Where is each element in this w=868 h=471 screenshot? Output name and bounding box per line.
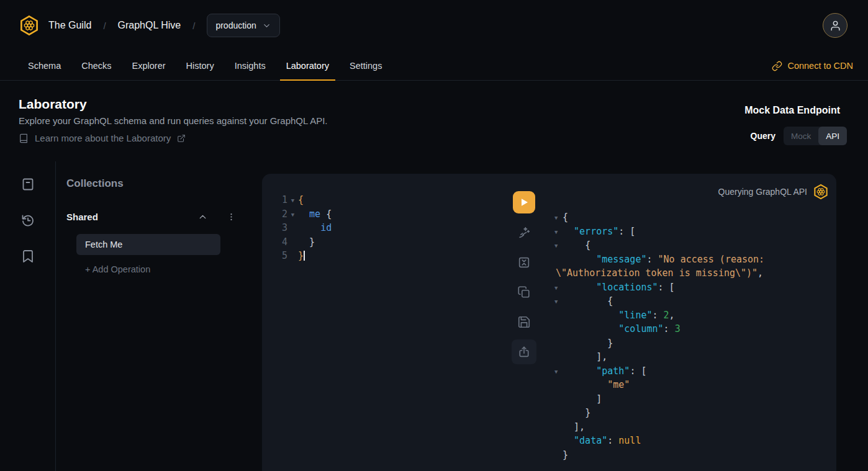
code-text: } [563, 338, 613, 349]
tab-checks[interactable]: Checks [75, 51, 117, 81]
collections-heading: Collections [66, 177, 124, 190]
query-line: 3 id [262, 221, 507, 235]
fold-spacer [554, 259, 563, 260]
fold-spacer [554, 315, 563, 316]
group-menu-dots-icon[interactable] [227, 212, 236, 222]
sidebar-rail [0, 161, 56, 471]
response-header: Querying GraphQL API [718, 184, 829, 200]
tab-insights[interactable]: Insights [228, 51, 272, 81]
app-header: The Guild / GraphQL Hive / production [0, 0, 868, 51]
response-line: "line": 2, [554, 308, 833, 323]
tab-schema[interactable]: Schema [22, 51, 67, 81]
response-line: \"Authorization token is missing\")", [554, 266, 833, 280]
code-text: } [298, 250, 305, 261]
fold-arrow-icon[interactable]: ▼ [287, 210, 298, 218]
add-operation-button[interactable]: + Add Operation [85, 264, 150, 274]
user-icon [830, 20, 841, 32]
breadcrumb-project[interactable]: GraphQL Hive [118, 20, 181, 31]
response-line: "column": 3 [554, 322, 833, 336]
learn-more-link[interactable]: Learn more about the Laboratory [19, 133, 186, 143]
fold-arrow-icon[interactable]: ▼ [554, 367, 563, 375]
connect-to-cdn-link[interactable]: Connect to CDN [772, 51, 853, 81]
code-text: } [298, 236, 315, 248]
share-operation-button[interactable] [512, 339, 536, 364]
tab-settings[interactable]: Settings [343, 51, 388, 81]
query-line: 2▼ me { [262, 207, 507, 222]
history-icon[interactable] [20, 213, 35, 228]
line-number: 4 [262, 236, 287, 248]
mock-endpoint-title: Mock Data Endpoint [744, 105, 840, 116]
response-line: ▼ "errors": [ [554, 225, 833, 239]
response-line: ], [554, 420, 833, 434]
code-text: \"Authorization token is missing\")", [556, 267, 763, 279]
execute-query-button[interactable] [513, 191, 535, 213]
operation-item[interactable]: Fetch Me [76, 234, 220, 255]
mode-option-api[interactable]: API [818, 127, 847, 145]
code-text: ] [563, 393, 602, 405]
fold-spacer [287, 255, 298, 256]
mode-toggle: MockAPI [784, 127, 847, 145]
response-line: ] [554, 392, 833, 406]
text-cursor [304, 251, 305, 261]
chevron-down-icon [262, 21, 271, 30]
response-line: ▼ { [554, 238, 833, 253]
tab-laboratory[interactable]: Laboratory [280, 51, 335, 81]
response-endpoint-label: Querying GraphQL API [718, 187, 807, 197]
fold-arrow-icon[interactable]: ▼ [554, 228, 563, 235]
code-text: "data": null [563, 435, 641, 446]
fold-spacer [287, 241, 298, 243]
tab-history[interactable]: History [180, 51, 220, 81]
breadcrumb-org[interactable]: The Guild [48, 20, 91, 31]
line-number: 1 [262, 194, 287, 205]
fold-spacer [554, 412, 563, 413]
fold-arrow-icon[interactable]: ▼ [554, 297, 563, 305]
laboratory-main: Collections Shared Fetch Me + Add Operat… [0, 161, 868, 471]
line-number: 3 [262, 222, 287, 233]
response-line: ▼ "locations": [ [554, 280, 833, 295]
user-avatar-button[interactable] [823, 13, 848, 38]
project-nav: SchemaChecksExplorerHistoryInsightsLabor… [0, 51, 868, 81]
tab-explorer[interactable]: Explorer [126, 51, 172, 81]
response-line: "data": null [554, 434, 833, 448]
breadcrumb: The Guild / GraphQL Hive / production [48, 0, 280, 51]
breadcrumb-separator: / [192, 20, 195, 31]
query-mode-row: Query MockAPI [751, 127, 848, 145]
code-text: id [298, 222, 332, 233]
code-text: "locations": [ [563, 282, 675, 293]
prettify-button[interactable] [512, 220, 536, 245]
fold-spacer [554, 356, 563, 357]
query-editor[interactable]: 1▼{2▼ me {3 id4 }5} [262, 193, 507, 263]
page-header: Laboratory Explore your GraphQL schema a… [0, 81, 868, 161]
fold-arrow-icon[interactable]: ▼ [554, 213, 563, 221]
fold-spacer [554, 398, 563, 400]
hive-logo-icon [19, 15, 40, 36]
link-icon [772, 61, 782, 71]
code-text: { [298, 194, 304, 205]
collection-group-shared[interactable]: Shared [66, 210, 236, 223]
collections-icon[interactable] [20, 177, 35, 192]
target-selector-button[interactable]: production [207, 14, 279, 37]
chevron-up-icon[interactable] [197, 212, 208, 222]
code-text: "column": 3 [563, 323, 680, 334]
merge-fragments-button[interactable] [512, 250, 536, 275]
response-line: ▼ { [554, 294, 833, 308]
target-selector-value: production [215, 20, 256, 30]
fold-arrow-icon[interactable]: ▼ [554, 284, 563, 291]
hive-logo-icon [813, 184, 829, 200]
code-text: } [563, 407, 590, 418]
response-json[interactable]: ▼{▼ "errors": [▼ { "message": "No access… [554, 210, 833, 462]
line-number: 5 [262, 250, 287, 261]
fold-arrow-icon[interactable]: ▼ [554, 241, 563, 249]
query-line: 1▼{ [262, 193, 507, 207]
fold-arrow-icon[interactable]: ▼ [287, 196, 298, 204]
response-line: ▼ "path": [ [554, 364, 833, 379]
bookmark-icon[interactable] [20, 249, 35, 264]
copy-query-button[interactable] [512, 280, 536, 305]
collection-group-name: Shared [66, 212, 197, 222]
code-text: { [563, 295, 613, 307]
share-icon [517, 345, 531, 359]
save-operation-button[interactable] [512, 310, 536, 334]
graphiql-panel: 1▼{2▼ me {3 id4 }5} Query [262, 174, 836, 471]
merge-icon [517, 256, 531, 269]
mode-option-mock[interactable]: Mock [784, 127, 818, 145]
